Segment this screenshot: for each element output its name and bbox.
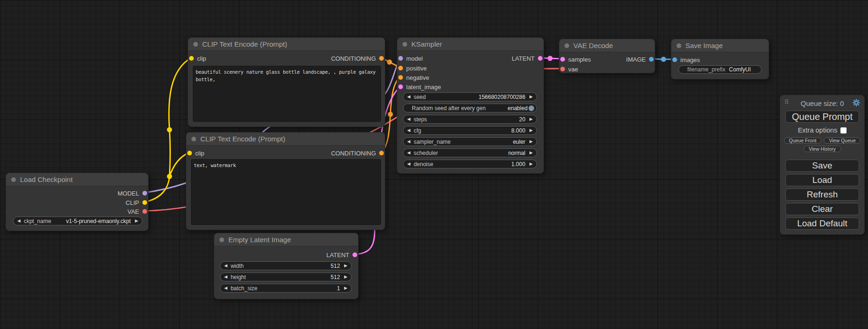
- load-button[interactable]: Load: [785, 174, 859, 186]
- model-port-icon[interactable]: [142, 191, 147, 196]
- latent-port-icon[interactable]: [398, 84, 403, 89]
- output-port-model[interactable]: MODEL: [118, 189, 147, 198]
- input-port-latent-image[interactable]: latent_image: [398, 82, 441, 91]
- increment-arrow-icon[interactable]: ▶: [135, 219, 138, 223]
- node-title-bar[interactable]: KSampler: [397, 38, 543, 51]
- decrement-arrow-icon[interactable]: ◀: [407, 140, 410, 144]
- input-port-vae[interactable]: vae: [560, 64, 578, 74]
- increment-arrow-icon[interactable]: ▶: [529, 128, 533, 133]
- input-port-clip[interactable]: clip: [187, 148, 205, 158]
- increment-arrow-icon[interactable]: ▶: [529, 151, 533, 155]
- node-ksampler[interactable]: KSampler model positive negative latent_…: [397, 37, 544, 174]
- increment-arrow-icon[interactable]: ▶: [344, 286, 347, 290]
- increment-arrow-icon[interactable]: ▶: [529, 140, 533, 144]
- output-port-latent[interactable]: LATENT: [326, 250, 357, 259]
- input-port-negative[interactable]: negative: [398, 73, 429, 82]
- conditioning-port-icon[interactable]: [398, 66, 403, 70]
- conditioning-port-icon[interactable]: [379, 56, 384, 61]
- input-port-positive[interactable]: positive: [398, 63, 427, 73]
- input-port-model[interactable]: model: [398, 54, 423, 63]
- collapse-dot-icon[interactable]: [565, 43, 569, 48]
- settings-gear-icon[interactable]: [852, 98, 861, 107]
- decrement-arrow-icon[interactable]: ◀: [224, 275, 227, 279]
- denoise-widget[interactable]: ◀ denoise 1.000 ▶: [403, 160, 537, 168]
- clip-port-icon[interactable]: [189, 56, 194, 61]
- model-port-icon[interactable]: [398, 56, 403, 61]
- conditioning-port-icon[interactable]: [379, 151, 384, 155]
- queue-front-button[interactable]: Queue Front: [784, 137, 822, 144]
- input-port-samples[interactable]: samples: [560, 55, 591, 64]
- increment-arrow-icon[interactable]: ▶: [529, 162, 533, 166]
- image-port-icon[interactable]: [649, 57, 654, 62]
- refresh-button[interactable]: Refresh: [785, 189, 859, 201]
- sampler-name-widget[interactable]: ◀ sampler_name euler ▶: [403, 137, 537, 146]
- clear-button[interactable]: Clear: [785, 203, 859, 215]
- filename-prefix-widget[interactable]: filename_prefix ComfyUI: [678, 65, 762, 74]
- output-port-vae[interactable]: VAE: [127, 207, 147, 216]
- vae-port-icon[interactable]: [560, 67, 565, 71]
- clip-port-icon[interactable]: [187, 151, 192, 155]
- queue-panel[interactable]: ⠿ Queue size: 0 Queue Prompt Extra optio…: [780, 95, 865, 235]
- node-title-bar[interactable]: Empty Latent Image: [214, 233, 358, 246]
- toggle-enabled-icon[interactable]: [529, 105, 534, 111]
- output-port-latent[interactable]: LATENT: [512, 54, 543, 63]
- increment-arrow-icon[interactable]: ▶: [529, 117, 533, 121]
- node-title-bar[interactable]: Load Checkpoint: [6, 173, 148, 186]
- latent-port-icon[interactable]: [538, 56, 543, 61]
- collapse-dot-icon[interactable]: [677, 43, 681, 48]
- decrement-arrow-icon[interactable]: ◀: [224, 264, 227, 268]
- ckpt-name-widget[interactable]: ◀ ckpt_name v1-5-pruned-emaonly.ckpt ▶: [13, 217, 142, 225]
- collapse-dot-icon[interactable]: [193, 42, 198, 47]
- decrement-arrow-icon[interactable]: ◀: [407, 128, 410, 133]
- output-port-clip[interactable]: CLIP: [126, 198, 147, 207]
- input-port-images[interactable]: images: [672, 55, 700, 64]
- node-save-image[interactable]: Save Image images filename_prefix ComfyU…: [671, 39, 769, 79]
- cfg-widget[interactable]: ◀ cfg 8.000 ▶: [403, 126, 537, 135]
- latent-port-icon[interactable]: [353, 252, 357, 257]
- node-vae-decode[interactable]: VAE Decode samples vae IMAGE: [559, 39, 655, 73]
- seed-widget[interactable]: ◀ seed 156680208700286 ▶: [403, 92, 537, 101]
- vae-port-icon[interactable]: [142, 209, 147, 214]
- decrement-arrow-icon[interactable]: ◀: [17, 219, 21, 223]
- increment-arrow-icon[interactable]: ▶: [344, 275, 347, 279]
- node-clip-text-encode-negative[interactable]: CLIP Text Encode (Prompt) clip CONDITION…: [186, 132, 385, 230]
- steps-widget[interactable]: ◀ steps 20 ▶: [403, 115, 537, 124]
- comfyui-canvas[interactable]: { "app": {"name": "ComfyUI node graph"},…: [0, 0, 868, 329]
- collapse-dot-icon[interactable]: [402, 42, 407, 47]
- node-title-bar[interactable]: Save Image: [671, 39, 769, 52]
- height-widget[interactable]: ◀ height 512 ▶: [220, 273, 352, 281]
- negative-prompt-textarea[interactable]: text, watermark: [191, 159, 381, 225]
- load-default-button[interactable]: Load Default: [785, 217, 859, 230]
- save-button[interactable]: Save: [785, 160, 859, 172]
- width-widget[interactable]: ◀ width 512 ▶: [220, 261, 352, 270]
- increment-arrow-icon[interactable]: ▶: [529, 95, 533, 99]
- drag-handle-icon[interactable]: ⠿: [784, 99, 789, 105]
- node-load-checkpoint[interactable]: Load Checkpoint MODEL CLIP VAE ◀ ckpt_na…: [6, 173, 148, 231]
- clip-port-icon[interactable]: [142, 200, 147, 205]
- view-queue-button[interactable]: View Queue: [824, 137, 861, 144]
- node-clip-text-encode-positive[interactable]: CLIP Text Encode (Prompt) clip CONDITION…: [188, 37, 385, 127]
- batch-size-widget[interactable]: ◀ batch_size 1 ▶: [220, 284, 352, 293]
- image-port-icon[interactable]: [672, 57, 677, 62]
- decrement-arrow-icon[interactable]: ◀: [407, 151, 410, 155]
- output-port-image[interactable]: IMAGE: [626, 55, 654, 64]
- output-port-conditioning[interactable]: CONDITIONING: [331, 148, 384, 158]
- random-seed-toggle-widget[interactable]: Random seed after every gen enabled: [403, 104, 537, 112]
- scheduler-widget[interactable]: ◀ scheduler normal ▶: [403, 148, 537, 157]
- increment-arrow-icon[interactable]: ▶: [344, 264, 347, 268]
- view-history-button[interactable]: View History: [804, 146, 841, 152]
- node-empty-latent-image[interactable]: Empty Latent Image LATENT ◀ width 512 ▶ …: [214, 233, 359, 299]
- input-port-clip[interactable]: clip: [189, 54, 206, 63]
- node-title-bar[interactable]: CLIP Text Encode (Prompt): [186, 133, 385, 146]
- decrement-arrow-icon[interactable]: ◀: [407, 95, 410, 99]
- node-title-bar[interactable]: VAE Decode: [559, 39, 655, 52]
- output-port-conditioning[interactable]: CONDITIONING: [331, 54, 384, 63]
- collapse-dot-icon[interactable]: [191, 137, 196, 141]
- extra-options-checkbox[interactable]: [840, 127, 847, 133]
- latent-port-icon[interactable]: [560, 57, 565, 62]
- decrement-arrow-icon[interactable]: ◀: [224, 286, 227, 290]
- positive-prompt-textarea[interactable]: beautiful scenery nature glass bottle la…: [193, 66, 381, 122]
- collapse-dot-icon[interactable]: [11, 177, 16, 182]
- decrement-arrow-icon[interactable]: ◀: [407, 162, 410, 166]
- node-title-bar[interactable]: CLIP Text Encode (Prompt): [188, 38, 385, 51]
